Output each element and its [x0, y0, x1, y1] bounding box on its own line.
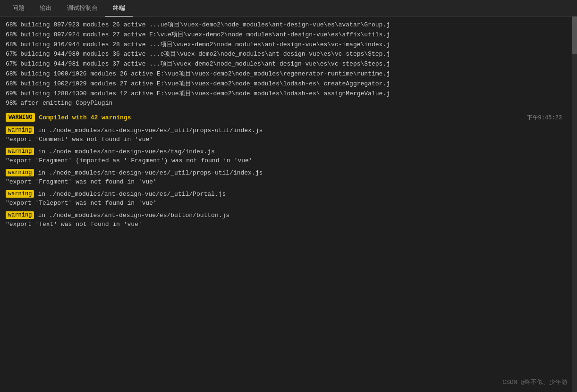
warning-text: Compiled with 42 warnings — [39, 114, 131, 121]
tab-output[interactable]: 输出 — [32, 0, 59, 16]
export-message-1: "export 'Comment' was not found in 'vue' — [6, 136, 571, 143]
warning-banner: WARNING Compiled with 42 warnings 下午9:45… — [6, 113, 571, 122]
export-message-2: "export 'Fragment' (imported as '_Fragme… — [6, 157, 571, 164]
terminal-content: 68% building 897/923 modules 26 active .… — [0, 17, 577, 392]
tab-bar: 问题 输出 调试控制台 终端 — [0, 0, 577, 17]
log-line: 68% building 1002/1029 modules 27 active… — [6, 79, 571, 89]
log-line: 67% building 944/981 modules 37 active .… — [6, 59, 571, 69]
warning-path-4: in ./node_modules/ant-design-vue/es/_uti… — [38, 191, 226, 198]
warning-path-1: in ./node_modules/ant-design-vue/es/_uti… — [38, 127, 263, 134]
warning-badge-5: warning — [6, 211, 34, 219]
csdn-watermark: CSDN @终不似、少年游 — [502, 378, 568, 386]
warning-path-5: in ./node_modules/ant-design-vue/es/butt… — [38, 212, 229, 219]
tab-issues[interactable]: 问题 — [5, 0, 32, 16]
timestamp: 下午9:45:23 — [527, 114, 562, 122]
log-line: 68% building 897/924 modules 27 active E… — [6, 30, 571, 40]
export-message-5: "export 'Text' was not found in 'vue' — [6, 221, 571, 228]
warning-path-2: in ./node_modules/ant-design-vue/es/tag/… — [38, 148, 214, 155]
warning-badge-1: warning — [6, 126, 34, 134]
tab-terminal[interactable]: 终端 — [105, 0, 133, 17]
warning-path-3: in ./node_modules/ant-design-vue/es/_uti… — [38, 169, 263, 176]
warning-badge-3: warning — [6, 169, 34, 176]
warning-line-2: warning in ./node_modules/ant-design-vue… — [6, 148, 571, 155]
warning-line-1: warning in ./node_modules/ant-design-vue… — [6, 126, 571, 134]
warning-badge-4: warning — [6, 190, 34, 198]
log-line: 68% building 1000/1026 modules 26 active… — [6, 69, 571, 79]
warning-badge-large: WARNING — [6, 113, 35, 122]
export-message-4: "export 'Teleport' was not found in 'vue… — [6, 200, 571, 207]
warning-line-3: warning in ./node_modules/ant-design-vue… — [6, 169, 571, 176]
log-line: 67% building 944/980 modules 36 active .… — [6, 50, 571, 59]
log-line: 68% building 916/944 modules 28 active .… — [6, 40, 571, 50]
warning-badge-2: warning — [6, 148, 34, 155]
warning-line-5: warning in ./node_modules/ant-design-vue… — [6, 211, 571, 219]
scrollbar-track[interactable] — [572, 17, 577, 392]
log-line: 98% after emitting CopyPlugin — [6, 99, 571, 108]
warning-line-4: warning in ./node_modules/ant-design-vue… — [6, 190, 571, 198]
log-line: 68% building 897/923 modules 26 active .… — [6, 20, 571, 30]
log-line: 69% building 1288/1300 modules 12 active… — [6, 89, 571, 99]
scrollbar-thumb[interactable] — [572, 17, 577, 54]
export-message-3: "export 'Fragment' was not found in 'vue… — [6, 178, 571, 185]
tab-debug-console[interactable]: 调试控制台 — [59, 0, 105, 16]
